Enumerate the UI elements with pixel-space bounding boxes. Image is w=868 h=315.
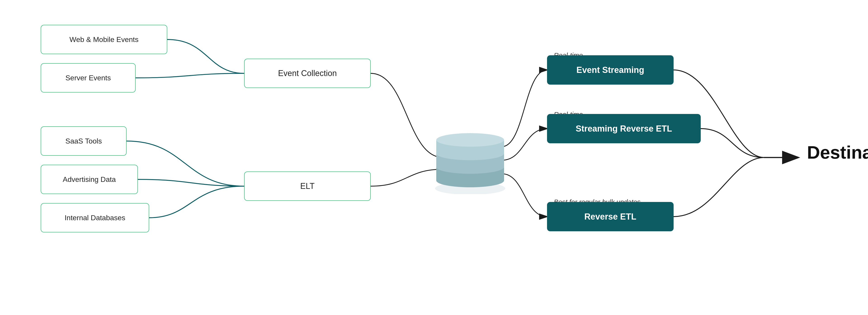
reverse-etl-label: Reverse ETL (584, 212, 636, 221)
elt-label: ELT (300, 181, 314, 191)
internal-databases-label: Internal Databases (65, 214, 125, 222)
diagram-container: Web & Mobile Events Server Events SaaS T… (0, 0, 868, 315)
web-mobile-events-box: Web & Mobile Events (41, 25, 167, 54)
saas-tools-box: SaaS Tools (41, 126, 127, 156)
server-events-label: Server Events (66, 74, 111, 82)
reverse-etl-box: Reverse ETL (547, 202, 674, 231)
event-streaming-box: Event Streaming (547, 55, 674, 84)
internal-databases-box: Internal Databases (41, 203, 149, 233)
advertising-data-label: Advertising Data (63, 175, 116, 184)
advertising-data-box: Advertising Data (41, 165, 138, 194)
elt-box: ELT (244, 172, 371, 201)
streaming-reverse-etl-label: Streaming Reverse ETL (576, 124, 672, 134)
event-collection-label: Event Collection (278, 69, 337, 78)
saas-tools-label: SaaS Tools (65, 137, 102, 145)
database-stack (430, 122, 511, 195)
event-collection-box: Event Collection (244, 59, 371, 88)
svg-point-9 (436, 133, 504, 147)
server-events-box: Server Events (41, 63, 135, 93)
event-streaming-label: Event Streaming (577, 65, 644, 75)
streaming-reverse-etl-box: Streaming Reverse ETL (547, 114, 701, 143)
web-mobile-events-label: Web & Mobile Events (69, 35, 138, 44)
destinations-title: Destinations (807, 142, 868, 163)
